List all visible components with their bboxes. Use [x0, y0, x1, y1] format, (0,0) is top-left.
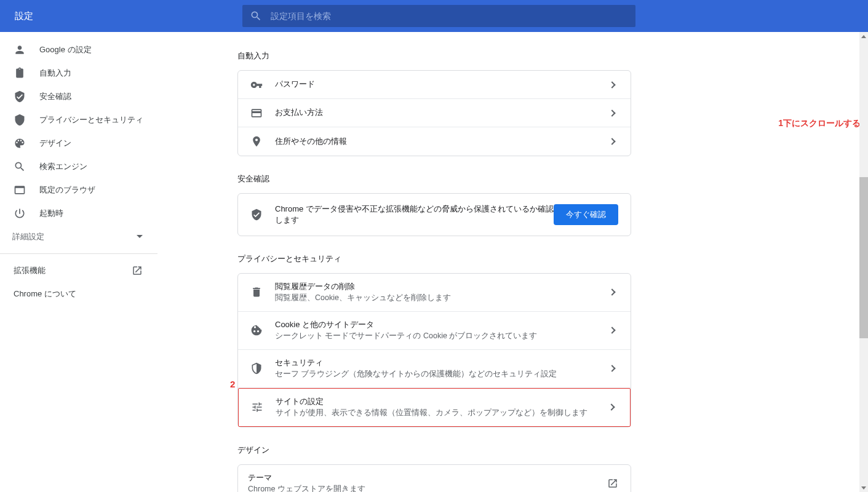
row-payment[interactable]: お支払い方法 [238, 99, 631, 127]
place-icon [250, 135, 263, 148]
chevron-right-icon [608, 289, 615, 296]
row-title: 住所やその他の情報 [275, 136, 610, 147]
assignment-icon [14, 67, 26, 79]
scrollbar[interactable] [859, 32, 868, 492]
row-sub: シークレット モードでサードパーティの Cookie がブロックされています [275, 330, 610, 342]
sidebar-extensions-label: 拡張機能 [14, 265, 46, 276]
annotation-1: 1下にスクロールする [778, 118, 861, 129]
sidebar-item-label: 既定のブラウザ [39, 184, 95, 196]
row-sub: Chrome ウェブストアを開きます [248, 483, 607, 492]
sidebar-advanced[interactable]: 詳細設定 [0, 225, 157, 248]
row-passwords[interactable]: パスワード [238, 71, 631, 99]
card-design: テーマ Chrome ウェブストアを開きます [237, 464, 631, 492]
verified-icon [14, 90, 26, 103]
security-icon [14, 114, 26, 126]
chevron-right-icon [608, 327, 615, 334]
divider [0, 253, 157, 254]
safety-check-button[interactable]: 今すぐ確認 [554, 204, 618, 225]
sidebar-extensions[interactable]: 拡張機能 [0, 259, 157, 282]
sidebar-item-label: 自動入力 [39, 68, 71, 79]
sidebar-item-label: 検索エンジン [39, 161, 87, 172]
row-title: パスワード [275, 79, 610, 90]
row-sub: 閲覧履歴、Cookie、キャッシュなどを削除します [275, 292, 610, 304]
row-title: サイトの設定 [276, 396, 609, 407]
verified-icon [250, 208, 263, 221]
search-icon [250, 10, 262, 22]
row-theme[interactable]: テーマ Chrome ウェブストアを開きます [238, 465, 631, 492]
tune-icon [251, 401, 263, 413]
row-sub: サイトが使用、表示できる情報（位置情報、カメラ、ポップアップなど）を制御します [276, 407, 609, 419]
browser-icon [14, 184, 26, 196]
key-icon [250, 79, 263, 91]
annotation-2: 2 [230, 379, 235, 389]
open-in-new-icon [607, 478, 618, 489]
row-title: テーマ [248, 472, 607, 483]
row-cookies[interactable]: Cookie と他のサイトデータ シークレット モードでサードパーティの Coo… [238, 312, 631, 350]
scroll-down-button[interactable] [859, 483, 868, 492]
chevron-right-icon [608, 109, 615, 116]
header: 設定 [0, 0, 868, 32]
person-icon [14, 44, 26, 56]
sidebar-item-label: デザイン [39, 138, 71, 149]
search-icon [14, 161, 26, 173]
section-title-design: デザイン [237, 445, 631, 456]
sidebar-item-search-engine[interactable]: 検索エンジン [0, 155, 157, 178]
sidebar-item-safety[interactable]: 安全確認 [0, 85, 157, 108]
safety-text: Chrome でデータ侵害や不正な拡張機能などの脅威から保護されているか確認しま… [275, 204, 554, 226]
power-icon [14, 207, 26, 220]
sidebar-item-default-browser[interactable]: 既定のブラウザ [0, 178, 157, 202]
sidebar-item-label: 起動時 [39, 208, 63, 219]
sidebar-item-google[interactable]: Google の設定 [0, 38, 157, 62]
section-title-autofill: 自動入力 [237, 50, 631, 62]
card-icon [250, 107, 263, 119]
shield-icon [250, 362, 263, 375]
open-in-new-icon [132, 265, 143, 276]
row-site-settings[interactable]: サイトの設定 サイトが使用、表示できる情報（位置情報、カメラ、ポップアップなど）… [238, 388, 631, 427]
page-title: 設定 [15, 10, 33, 22]
row-title: 閲覧履歴データの削除 [275, 281, 610, 292]
sidebar-about[interactable]: Chrome について [0, 282, 157, 306]
chevron-right-icon [608, 81, 615, 88]
row-title: セキュリティ [275, 357, 610, 368]
sidebar-item-autofill[interactable]: 自動入力 [0, 62, 157, 85]
card-privacy: 閲覧履歴データの削除 閲覧履歴、Cookie、キャッシュなどを削除します Coo… [237, 273, 631, 427]
sidebar-item-privacy[interactable]: プライバシーとセキュリティ [0, 108, 157, 132]
scroll-thumb[interactable] [859, 177, 868, 338]
row-address[interactable]: 住所やその他の情報 [238, 127, 631, 156]
chevron-right-icon [608, 365, 615, 372]
sidebar-about-label: Chrome について [14, 288, 76, 300]
scroll-up-button[interactable] [859, 32, 868, 41]
chevron-right-icon [608, 138, 615, 145]
row-title: Cookie と他のサイトデータ [275, 319, 610, 330]
sidebar-item-startup[interactable]: 起動時 [0, 202, 157, 225]
row-title: お支払い方法 [275, 107, 610, 118]
cookie-icon [250, 324, 263, 336]
chevron-down-icon [137, 234, 143, 240]
sidebar-item-label: 安全確認 [39, 91, 71, 102]
sidebar: Google の設定 自動入力 安全確認 プライバシーとセキュリティ デザイン … [0, 32, 157, 492]
sidebar-advanced-label: 詳細設定 [12, 231, 44, 242]
row-clear-data[interactable]: 閲覧履歴データの削除 閲覧履歴、Cookie、キャッシュなどを削除します [238, 274, 631, 312]
main-content: 自動入力 パスワード お支払い方法 住所やその他の情報 安 [157, 32, 868, 492]
palette-icon [14, 137, 26, 149]
card-safety: Chrome でデータ侵害や不正な拡張機能などの脅威から保護されているか確認しま… [237, 193, 631, 236]
section-title-privacy: プライバシーとセキュリティ [237, 253, 631, 264]
row-security[interactable]: セキュリティ セーフ ブラウジング（危険なサイトからの保護機能）などのセキュリテ… [238, 350, 631, 388]
card-autofill: パスワード お支払い方法 住所やその他の情報 [237, 70, 631, 156]
sidebar-item-label: プライバシーとセキュリティ [39, 114, 143, 125]
row-sub: セーフ ブラウジング（危険なサイトからの保護機能）などのセキュリティ設定 [275, 368, 610, 380]
sidebar-item-design[interactable]: デザイン [0, 132, 157, 155]
search-input[interactable] [271, 11, 628, 21]
chevron-right-icon [608, 404, 615, 411]
trash-icon [250, 286, 263, 298]
search-container[interactable] [242, 5, 635, 27]
sidebar-item-label: Google の設定 [39, 44, 92, 55]
section-title-safety: 安全確認 [237, 173, 631, 184]
